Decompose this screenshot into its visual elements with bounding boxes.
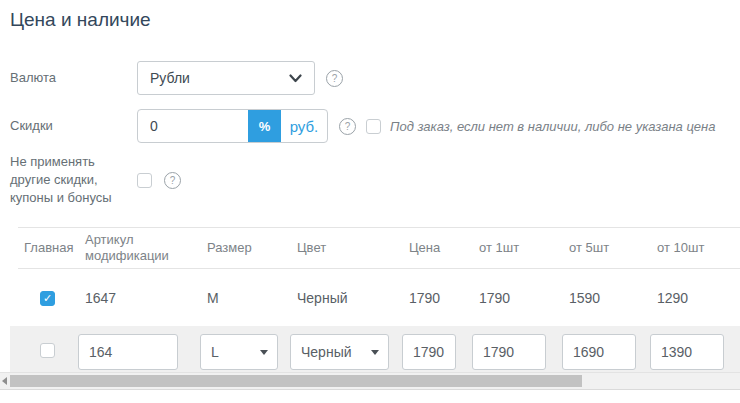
discount-row: Скидки % руб. ? Под заказ, если нет в на…	[10, 109, 740, 143]
cell-color-edit: Черный	[290, 334, 402, 370]
currency-selected-value: Рубли	[150, 70, 289, 86]
cell-size: M	[200, 290, 290, 306]
discount-help-icon[interactable]: ?	[339, 118, 356, 135]
header-price: Цена	[402, 240, 472, 256]
main-checkbox[interactable]: ✓	[40, 291, 55, 306]
no-other-discounts-help-icon[interactable]: ?	[164, 172, 181, 189]
currency-help-icon[interactable]: ?	[326, 70, 343, 87]
scrollbar-thumb[interactable]	[10, 375, 582, 387]
cell-color: Черный	[290, 290, 402, 306]
horizontal-scrollbar[interactable]	[0, 372, 740, 390]
sku-input[interactable]	[78, 334, 178, 370]
discount-unit-rub-toggle[interactable]: руб.	[281, 110, 327, 142]
cell-from5: 1590	[562, 290, 650, 306]
cell-from1-edit	[472, 334, 562, 370]
cell-from1: 1790	[472, 290, 562, 306]
currency-row: Валюта Рубли ?	[10, 61, 740, 95]
cell-sku-edit	[78, 334, 200, 370]
table-row: ✓ 1647 M Черный 1790 1790 1590 1290	[10, 269, 740, 326]
checkmark-icon: ✓	[43, 293, 52, 304]
scroll-left-arrow-icon[interactable]	[2, 377, 7, 385]
on-order-checkbox[interactable]	[366, 119, 381, 134]
price-input[interactable]	[402, 334, 456, 370]
price-availability-section: Цена и наличие Валюта Рубли ? Скидки % р…	[0, 0, 740, 378]
dropdown-arrow-icon	[371, 350, 379, 355]
size-select[interactable]: L	[200, 334, 278, 370]
cell-price-edit	[402, 334, 472, 370]
no-other-discounts-label: Не применять другие скидки, купоны и бон…	[10, 153, 125, 207]
header-from1: от 1шт	[472, 240, 562, 256]
size-selected-value: L	[211, 344, 260, 360]
from1-input[interactable]	[472, 334, 546, 370]
cell-price: 1790	[402, 290, 472, 306]
cell-from10: 1290	[650, 290, 740, 306]
variants-table: Главная Артикул модификации Размер Цвет …	[10, 227, 740, 378]
header-size: Размер	[200, 240, 290, 256]
header-color: Цвет	[290, 240, 402, 256]
header-main: Главная	[24, 240, 78, 256]
header-sku: Артикул модификации	[78, 232, 200, 264]
from5-input[interactable]	[562, 334, 636, 370]
discount-unit-percent-toggle[interactable]: %	[248, 110, 281, 142]
cell-from5-edit	[562, 334, 650, 370]
table-header-row: Главная Артикул модификации Размер Цвет …	[10, 228, 740, 268]
from10-input[interactable]	[650, 334, 724, 370]
currency-label: Валюта	[10, 69, 137, 87]
no-other-discounts-checkbox[interactable]	[137, 173, 152, 188]
main-checkbox[interactable]	[40, 343, 55, 358]
on-order-label: Под заказ, если нет в наличии, либо не у…	[390, 119, 715, 134]
main-checkbox-cell	[24, 343, 78, 361]
header-from10: от 10шт	[650, 240, 740, 256]
table-row-editable: L Черный	[10, 326, 740, 378]
chevron-down-icon	[289, 74, 302, 83]
page-title: Цена и наличие	[10, 9, 740, 31]
header-from5: от 5шт	[562, 240, 650, 256]
cell-from10-edit	[650, 334, 740, 370]
cell-size-edit: L	[200, 334, 290, 370]
discount-value-input[interactable]	[138, 110, 248, 142]
currency-select[interactable]: Рубли	[137, 61, 315, 95]
no-other-discounts-row: Не применять другие скидки, купоны и бон…	[10, 153, 740, 207]
dropdown-arrow-icon	[260, 350, 268, 355]
discount-input-group: % руб.	[137, 109, 328, 143]
color-selected-value: Черный	[301, 344, 371, 360]
discount-label: Скидки	[10, 117, 137, 135]
main-checkbox-cell: ✓	[24, 289, 78, 306]
cell-sku: 1647	[78, 290, 200, 306]
color-select[interactable]: Черный	[290, 334, 389, 370]
